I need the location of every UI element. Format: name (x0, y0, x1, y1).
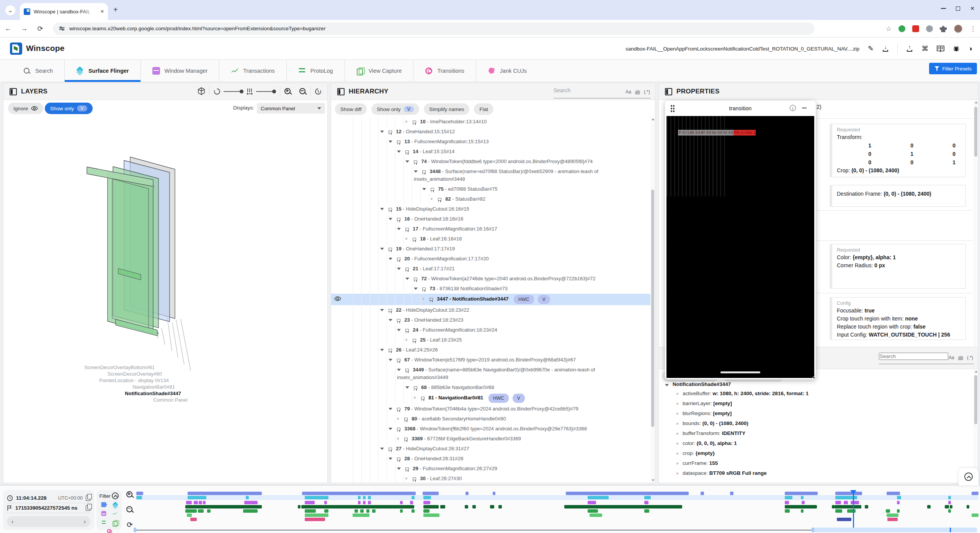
hierarchy-tree-row[interactable]: 68 - 885b63e NavigationBar0#68 (331, 383, 650, 392)
hierarchy-tree-row[interactable]: 15 - HideDisplayCutout:16:16#15 (331, 204, 650, 214)
property-row[interactable]: crop: {empty} (659, 448, 973, 458)
trace-event-block[interactable] (324, 509, 328, 513)
hierarchy-tree-row[interactable]: 72 - WindowToken{a2746de type=2040 andro… (331, 274, 650, 284)
pin-icon[interactable] (405, 228, 409, 231)
trace-event-block[interactable] (972, 513, 978, 517)
bug-report-icon[interactable] (953, 45, 960, 52)
upload-icon[interactable]: ↑ (906, 45, 913, 52)
hierarchy-tree-row[interactable]: 30 - Leaf:26:27#30 (331, 474, 650, 482)
surface-flinger-icon[interactable] (112, 502, 117, 507)
collapse-arrow-icon[interactable] (380, 248, 384, 250)
pin-icon[interactable] (422, 288, 426, 290)
pin-icon[interactable] (397, 408, 400, 410)
regex-icon[interactable]: (.*) (967, 355, 973, 360)
trace-tab[interactable]: View Capture (345, 60, 414, 82)
trace-event-block[interactable] (897, 501, 900, 504)
trace-tab[interactable]: Transactions (219, 60, 286, 82)
hierarchy-filter-button[interactable]: Simplify names (424, 103, 470, 115)
transition-overlay-window[interactable]: transition i P: 0 / 1dX: 0.0dY: 0.0Xv: 0… (665, 101, 816, 379)
protolog-icon[interactable] (101, 520, 106, 525)
timeline-cursor[interactable] (853, 491, 854, 528)
range-selection[interactable] (812, 528, 977, 532)
match-case-icon[interactable]: Aa (626, 89, 631, 95)
hierarchy-tree-row[interactable]: 75 - ed70f88 StatusBar#75 (331, 184, 650, 194)
trace-event-block[interactable] (423, 492, 439, 495)
ns-timestamp[interactable]: 1715339054227572545 ns (15, 505, 77, 511)
trace-event-block[interactable] (187, 513, 192, 517)
range-handle-left[interactable] (812, 528, 814, 532)
hierarchy-scrollbar[interactable] (650, 117, 655, 483)
trace-tab[interactable]: Window Manager (141, 60, 220, 82)
trace-event-block[interactable] (185, 505, 262, 508)
collapse-arrow-icon[interactable] (405, 386, 409, 389)
trace-event-block[interactable] (785, 501, 789, 504)
collapse-arrow-icon[interactable] (380, 349, 384, 351)
trace-event-block[interactable] (490, 505, 494, 508)
trace-event-block[interactable] (423, 509, 429, 513)
trace-event-block[interactable] (835, 505, 861, 508)
trace-event-block[interactable] (440, 505, 445, 508)
forward-icon[interactable]: → (16, 25, 32, 33)
trace-event-block[interactable] (358, 496, 361, 499)
trace-event-block[interactable] (835, 492, 862, 495)
trace-event-block[interactable] (188, 492, 262, 495)
collapse-arrow-icon[interactable] (380, 309, 384, 311)
match-word-icon[interactable]: ab (635, 89, 640, 95)
minimize-icon[interactable] (802, 108, 807, 108)
property-row[interactable]: dataspace: BT709 sRGB Full range (659, 468, 973, 478)
trace-tab[interactable]: Surface Flinger (65, 60, 141, 82)
hierarchy-tree-row[interactable]: 80 - ace6abb SecondaryHomeHandle0#80 (331, 414, 650, 424)
collapse-filter-icon[interactable] (112, 492, 119, 499)
collapse-arrow-icon[interactable] (389, 428, 392, 430)
trace-event-block[interactable] (948, 496, 951, 499)
shortcuts-icon[interactable]: ⌘ (921, 44, 928, 53)
timeline-tracks[interactable] (136, 491, 978, 530)
visibility-eye-icon[interactable] (334, 295, 341, 302)
pin-icon[interactable] (405, 329, 409, 332)
trace-event-block[interactable] (244, 501, 258, 504)
hierarchy-tree-row[interactable]: 29 - FullscreenMagnification:26:27#29 (331, 464, 650, 474)
trace-event-block[interactable] (199, 501, 202, 504)
dark-mode-icon[interactable]: ◑ (968, 45, 972, 53)
trace-event-block[interactable] (324, 501, 327, 504)
pin-icon[interactable] (413, 238, 416, 240)
pin-icon[interactable] (405, 268, 409, 270)
displays-dropdown[interactable]: Common Panel (257, 103, 325, 114)
pin-icon[interactable] (422, 170, 426, 173)
trace-track[interactable] (136, 496, 978, 499)
collapse-arrow-icon[interactable] (414, 288, 418, 290)
trace-event-block[interactable] (368, 496, 371, 499)
collapse-arrow-icon[interactable] (414, 170, 418, 173)
pin-icon[interactable] (413, 477, 416, 480)
trace-event-block[interactable] (400, 509, 403, 513)
trace-event-block[interactable] (948, 509, 951, 513)
collapse-arrow-icon[interactable] (389, 408, 392, 410)
trace-event-block[interactable] (358, 501, 361, 504)
hierarchy-tree-row[interactable]: 24 - FullscreenMagnification:18:23#24 (331, 325, 650, 335)
property-row[interactable]: barrierLayer: [empty] (659, 399, 973, 409)
properties-scrollbar[interactable] (973, 100, 978, 347)
trace-event-block[interactable] (948, 501, 951, 504)
3d-view-icon[interactable] (197, 87, 206, 98)
trace-event-block[interactable] (847, 509, 856, 513)
property-row[interactable]: bounds: (0, 0) - (1080, 2400) (659, 419, 973, 428)
collapse-arrow-icon[interactable] (405, 278, 409, 280)
trace-event-block[interactable] (730, 492, 733, 495)
hierarchy-tree-row[interactable]: 3369 - 67726bf EdgeBackGestureHandler0#3… (331, 434, 650, 444)
trace-event-block[interactable] (185, 509, 197, 513)
trace-event-block[interactable] (207, 509, 211, 513)
trace-event-block[interactable] (194, 501, 198, 504)
hierarchy-tree-row[interactable]: 22 - HideDisplayCutout:18:23#22 (331, 305, 650, 315)
trace-event-block[interactable] (851, 501, 859, 504)
trace-event-block[interactable] (198, 509, 204, 513)
timeline-zoom-in-icon[interactable] (126, 491, 134, 499)
hierarchy-tree-row[interactable]: 21 - Leaf:17:17#21 (331, 264, 650, 274)
pin-icon[interactable] (413, 339, 416, 342)
layer-label[interactable]: NavigationBar0#81 (132, 384, 175, 390)
collapse-arrow-icon[interactable] (665, 384, 669, 386)
browser-tab[interactable]: Winscope | sandbox-FAIL ✕ (20, 3, 108, 20)
pin-icon[interactable] (389, 248, 392, 250)
trace-event-block[interactable] (865, 505, 868, 508)
rotation-slider[interactable] (224, 91, 242, 92)
layers-3d-canvas[interactable]: ScreenDecorOverlayBottom#61 ScreenDecorO… (4, 117, 327, 482)
